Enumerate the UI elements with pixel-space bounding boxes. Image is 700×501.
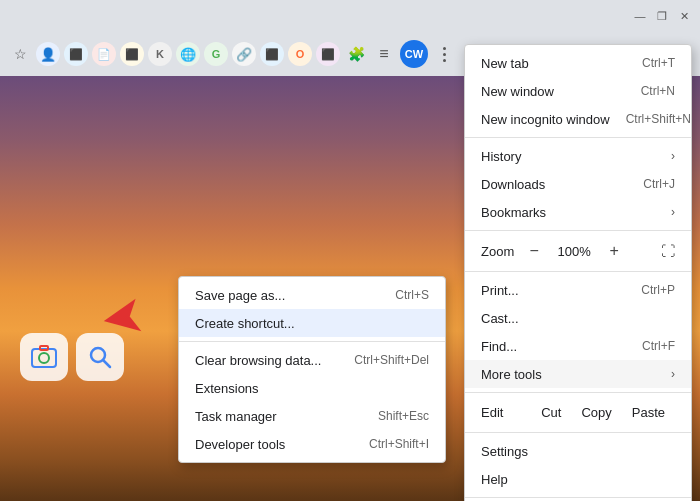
ext-icon-3[interactable]: 📄 <box>92 42 116 66</box>
main-divider-1 <box>465 137 691 138</box>
ext-icon-7[interactable]: G <box>204 42 228 66</box>
svg-line-4 <box>103 360 110 367</box>
ext-icon-1[interactable]: 👤 <box>36 42 60 66</box>
main-context-menu: New tab Ctrl+T New window Ctrl+N New inc… <box>464 44 692 501</box>
ext-icon-5[interactable]: K <box>148 42 172 66</box>
menu-history[interactable]: History › <box>465 142 691 170</box>
zoom-fullscreen-button[interactable]: ⛶ <box>661 243 675 259</box>
red-arrow: ➤ <box>95 283 149 350</box>
zoom-minus-button[interactable]: − <box>522 239 546 263</box>
ext-icon-2[interactable]: ⬛ <box>64 42 88 66</box>
menu-help[interactable]: Help <box>465 465 691 493</box>
zoom-plus-button[interactable]: + <box>602 239 626 263</box>
sub-menu-extensions[interactable]: Extensions <box>179 374 445 402</box>
dot2 <box>443 53 446 56</box>
menu-cast[interactable]: Cast... <box>465 304 691 332</box>
minimize-button[interactable]: — <box>632 8 648 24</box>
menu-new-tab[interactable]: New tab Ctrl+T <box>465 49 691 77</box>
profile-button[interactable]: CW <box>400 40 428 68</box>
edit-row: Edit Cut Copy Paste <box>465 397 691 428</box>
svg-point-1 <box>39 353 49 363</box>
menu-print[interactable]: Print... Ctrl+P <box>465 276 691 304</box>
sub-menu-save-page[interactable]: Save page as... Ctrl+S <box>179 281 445 309</box>
zoom-value: 100% <box>554 244 594 259</box>
ext-icon-4[interactable]: ⬛ <box>120 42 144 66</box>
ext-icon-11[interactable]: ⬛ <box>316 42 340 66</box>
sub-context-menu: Save page as... Ctrl+S Create shortcut..… <box>178 276 446 463</box>
menu-bookmarks[interactable]: Bookmarks › <box>465 198 691 226</box>
menu-new-window[interactable]: New window Ctrl+N <box>465 77 691 105</box>
ext-icon-9[interactable]: ⬛ <box>260 42 284 66</box>
menu-downloads[interactable]: Downloads Ctrl+J <box>465 170 691 198</box>
ext-icon-8[interactable]: 🔗 <box>232 42 256 66</box>
menu-settings[interactable]: Settings <box>465 437 691 465</box>
ext-icon-10[interactable]: O <box>288 42 312 66</box>
zoom-row: Zoom − 100% + ⛶ <box>465 235 691 267</box>
main-divider-4 <box>465 392 691 393</box>
title-bar: — ❐ ✕ <box>0 0 700 32</box>
main-divider-5 <box>465 432 691 433</box>
menu-more-tools[interactable]: More tools › <box>465 360 691 388</box>
copy-button[interactable]: Copy <box>571 401 621 424</box>
maximize-button[interactable]: ❐ <box>654 8 670 24</box>
sub-menu-divider <box>179 341 445 342</box>
close-button[interactable]: ✕ <box>676 8 692 24</box>
main-divider-3 <box>465 271 691 272</box>
ext-icon-6[interactable]: 🌐 <box>176 42 200 66</box>
menu-find[interactable]: Find... Ctrl+F <box>465 332 691 360</box>
sub-menu-clear-browsing[interactable]: Clear browsing data... Ctrl+Shift+Del <box>179 346 445 374</box>
browser-frame: — ❐ ✕ ☆ 👤 ⬛ 📄 ⬛ K 🌐 G 🔗 ⬛ O ⬛ 🧩 ≡ CW goo… <box>0 0 700 501</box>
menu-button[interactable] <box>432 42 456 66</box>
dot1 <box>443 47 446 50</box>
sub-menu-developer-tools[interactable]: Developer tools Ctrl+Shift+I <box>179 430 445 458</box>
lens-icon-camera[interactable] <box>20 333 68 381</box>
menu-new-incognito[interactable]: New incognito window Ctrl+Shift+N <box>465 105 691 133</box>
bookmark-icon[interactable]: ☆ <box>8 42 32 66</box>
dot3 <box>443 59 446 62</box>
svg-rect-0 <box>32 349 56 367</box>
main-divider-2 <box>465 230 691 231</box>
sub-menu-task-manager[interactable]: Task manager Shift+Esc <box>179 402 445 430</box>
sub-menu-create-shortcut[interactable]: Create shortcut... <box>179 309 445 337</box>
tab-search-icon[interactable]: ≡ <box>372 42 396 66</box>
paste-button[interactable]: Paste <box>622 401 675 424</box>
extensions-icon[interactable]: 🧩 <box>344 42 368 66</box>
cut-button[interactable]: Cut <box>531 401 571 424</box>
main-divider-6 <box>465 497 691 498</box>
